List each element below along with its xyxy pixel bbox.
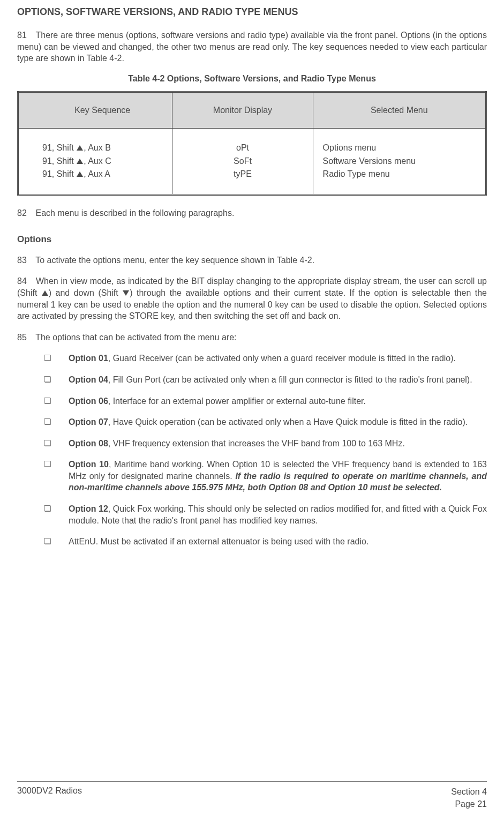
option-text: , Interface for an external power amplif…: [108, 396, 366, 406]
triangle-down-icon: [123, 290, 129, 296]
md-text: oPt: [182, 141, 303, 155]
para-number: 82: [17, 207, 33, 219]
th-monitor-display: Monitor Display: [172, 92, 313, 128]
triangle-up-icon: [77, 159, 83, 164]
para-number: 84: [17, 275, 33, 287]
list-item: Option 01, Guard Receiver (can be activa…: [44, 353, 487, 364]
option-text: , VHF frequency extension that increases…: [108, 439, 405, 448]
section-heading: OPTIONS, SOFTWARE VERSIONS, AND RADIO TY…: [17, 6, 487, 18]
para-text: To activate the options menu, enter the …: [35, 256, 314, 265]
table-header-row: Key Sequence Monitor Display Selected Me…: [18, 92, 486, 128]
para-number: 81: [17, 29, 33, 41]
md-text: SoFt: [182, 155, 303, 168]
option-label: Option 08: [69, 439, 108, 448]
para-number: 83: [17, 255, 33, 266]
cell-monitor-display: oPt SoFt tyPE: [172, 128, 313, 194]
para-number: 85: [17, 332, 33, 343]
options-list: Option 01, Guard Receiver (can be activa…: [44, 353, 487, 548]
cell-key-sequence: 91, Shift , Aux B 91, Shift , Aux C 91, …: [18, 128, 172, 194]
ks-text: , Aux C: [84, 156, 111, 166]
table-row: 91, Shift , Aux B 91, Shift , Aux C 91, …: [18, 128, 486, 194]
list-item: Option 06, Interface for an external pow…: [44, 395, 487, 407]
option-label: Option 06: [69, 396, 108, 406]
footer-section: Section 4: [451, 786, 487, 798]
footer-left: 3000DV2 Radios: [17, 786, 82, 796]
list-item: Option 07, Have Quick operation (can be …: [44, 416, 487, 428]
paragraph-81: 81 There are three menus (options, softw…: [17, 29, 487, 64]
option-label: Option 12: [69, 504, 108, 513]
option-text: AttEnU. Must be activated if an external…: [69, 537, 368, 546]
cell-selected-menu: Options menu Software Versions menu Radi…: [313, 128, 486, 194]
paragraph-83: 83 To activate the options menu, enter t…: [17, 255, 487, 266]
para-text: The options that can be activated from t…: [35, 333, 236, 342]
list-item: AttEnU. Must be activated if an external…: [44, 536, 487, 548]
option-text: , Have Quick operation (can be activated…: [108, 417, 468, 427]
paragraph-85: 85 The options that can be activated fro…: [17, 332, 487, 343]
th-key-sequence: Key Sequence: [18, 92, 172, 128]
sm-text: Radio Type menu: [323, 168, 476, 181]
ks-text: , Aux B: [84, 143, 111, 152]
option-label: Option 01: [69, 354, 108, 363]
option-text: , Quick Fox working. This should only be…: [69, 504, 487, 525]
list-item: Option 04, Fill Gun Port (can be activat…: [44, 374, 487, 386]
page-footer: 3000DV2 Radios Section 4 Page 21: [17, 781, 487, 810]
subsection-options: Options: [17, 234, 487, 245]
menus-table: Key Sequence Monitor Display Selected Me…: [17, 91, 487, 196]
md-text: tyPE: [182, 168, 303, 181]
option-text: , Guard Receiver (can be activated only …: [108, 354, 456, 363]
para-text: There are three menus (options, software…: [17, 31, 487, 63]
ks-text: 91, Shift: [42, 143, 76, 152]
ks-text: 91, Shift: [42, 169, 76, 178]
option-text: , Fill Gun Port (can be activated only w…: [108, 375, 472, 384]
para-text: Each menu is described in the following …: [35, 208, 234, 218]
table-caption: Table 4-2 Options, Software Versions, an…: [17, 74, 487, 84]
ks-text: , Aux A: [84, 169, 110, 178]
footer-right: Section 4 Page 21: [451, 786, 487, 810]
sm-text: Software Versions menu: [323, 155, 476, 168]
list-item: Option 10, Maritime band working. When O…: [44, 459, 487, 493]
para-text: ) and down (Shift: [49, 288, 122, 297]
option-label: Option 04: [69, 375, 108, 384]
list-item: Option 12, Quick Fox working. This shoul…: [44, 503, 487, 526]
paragraph-82: 82 Each menu is described in the followi…: [17, 207, 487, 219]
option-label: Option 07: [69, 417, 108, 427]
th-selected-menu: Selected Menu: [313, 92, 486, 128]
triangle-up-icon: [42, 290, 48, 296]
list-item: Option 08, VHF frequency extension that …: [44, 438, 487, 450]
triangle-up-icon: [77, 145, 83, 151]
option-label: Option 10: [69, 460, 109, 469]
triangle-up-icon: [77, 171, 83, 177]
sm-text: Options menu: [323, 141, 476, 155]
ks-text: 91, Shift: [42, 156, 76, 166]
paragraph-84: 84 When in view mode, as indicated by th…: [17, 275, 487, 321]
footer-page: Page 21: [451, 798, 487, 810]
